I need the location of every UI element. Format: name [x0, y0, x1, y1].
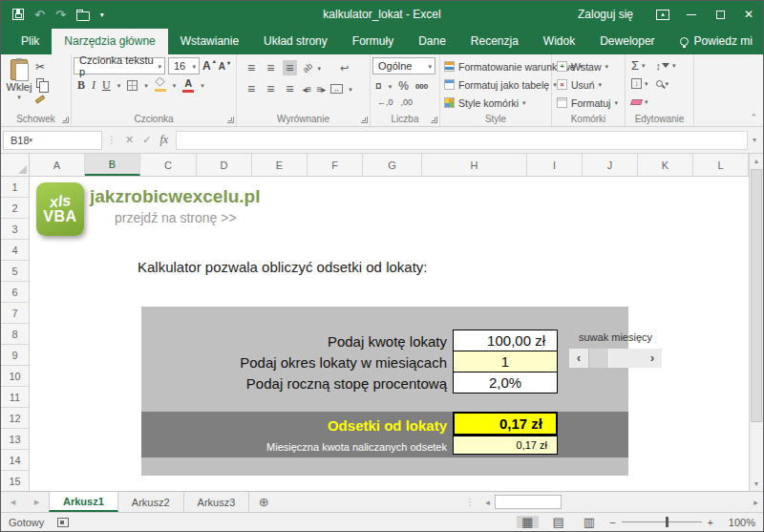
scroll-down-icon[interactable]: ▾: [750, 477, 763, 491]
page-break-view-button[interactable]: ▥: [579, 516, 600, 528]
row-header[interactable]: 8: [1, 324, 29, 345]
input-cell-amount[interactable]: 100,00 zł: [453, 330, 558, 351]
sheet-content[interactable]: xls VBA jakzrobicwexcelu.pl przejdź na s…: [30, 177, 749, 491]
new-sheet-button[interactable]: ⊕: [249, 492, 278, 512]
clear-button[interactable]: ▾: [631, 95, 648, 109]
font-color-dropdown-icon[interactable]: ▾: [201, 82, 204, 89]
zoom-out-button[interactable]: −: [609, 517, 615, 528]
currency-format-button[interactable]: ¤: [375, 79, 382, 93]
column-header-j[interactable]: J: [583, 154, 638, 176]
row-header[interactable]: 5: [1, 261, 29, 282]
column-header-i[interactable]: I: [527, 154, 583, 176]
tell-me-box[interactable]: Powiedz mi: [668, 29, 764, 54]
fill-button[interactable]: ↓▾: [631, 76, 648, 91]
cut-button[interactable]: ✂: [35, 60, 45, 74]
row-header[interactable]: 13: [1, 429, 29, 450]
row-header[interactable]: 9: [1, 345, 29, 366]
grow-font-button[interactable]: A▴: [202, 59, 216, 73]
sign-in-button[interactable]: Zaloguj się: [562, 8, 648, 21]
tab-recenzja[interactable]: Recenzja: [458, 29, 531, 54]
scroll-left-icon[interactable]: ◂: [480, 498, 495, 507]
expand-formula-bar-icon[interactable]: ▾: [748, 136, 761, 144]
site-link[interactable]: przejdź na stronę >>: [115, 210, 237, 225]
cell-styles-button[interactable]: Style komórki▾: [442, 94, 549, 112]
column-header-k[interactable]: K: [638, 154, 693, 176]
row-header[interactable]: 6: [1, 282, 29, 303]
formula-input[interactable]: [176, 131, 748, 150]
row-header[interactable]: 1: [1, 177, 29, 198]
zoom-slider-thumb[interactable]: [666, 517, 668, 527]
font-dialog-launcher[interactable]: [227, 117, 234, 123]
row-header[interactable]: 4: [1, 240, 29, 261]
ribbon-display-options-button[interactable]: ▴: [648, 1, 677, 28]
align-center-button[interactable]: ≡: [264, 81, 277, 96]
font-size-combo[interactable]: 16 ▾: [168, 57, 200, 74]
row-header[interactable]: 11: [1, 387, 29, 408]
conditional-formatting-button[interactable]: Formatowanie warunkowe▾: [442, 57, 549, 75]
row-header[interactable]: 14: [1, 450, 29, 471]
borders-dropdown-icon[interactable]: ▾: [144, 82, 148, 89]
confirm-entry-button[interactable]: ✓: [142, 134, 151, 146]
tab-splitter-handle[interactable]: ⋮: [459, 492, 480, 512]
number-format-dropdown-icon[interactable]: ▾: [428, 63, 432, 70]
fill-color-dropdown-icon[interactable]: ▾: [173, 82, 177, 89]
fill-color-button[interactable]: [155, 79, 166, 92]
vertical-scrollbar[interactable]: ▴ ▾: [749, 154, 763, 491]
horizontal-scroll-thumb[interactable]: [495, 495, 562, 509]
column-header-b[interactable]: B: [85, 154, 140, 176]
format-painter-button[interactable]: [35, 93, 45, 106]
row-header[interactable]: 15: [1, 471, 29, 491]
undo-icon[interactable]: ↶: [34, 9, 45, 21]
insert-cells-button[interactable]: + Wstaw▾: [554, 57, 623, 75]
underline-button[interactable]: U: [102, 78, 111, 93]
zoom-in-button[interactable]: +: [708, 517, 713, 528]
input-cell-rate[interactable]: 2,0%: [453, 372, 558, 394]
name-box-dropdown-icon[interactable]: ▾: [30, 137, 33, 143]
font-name-combo[interactable]: Czcionka tekstu p ▾: [74, 57, 165, 74]
align-top-button[interactable]: ≡: [244, 60, 258, 75]
column-header-f[interactable]: F: [308, 154, 363, 176]
tab-narzedzia-glowne[interactable]: Narzędzia główne: [52, 29, 167, 54]
column-header-h[interactable]: H: [422, 154, 527, 176]
open-icon[interactable]: [76, 11, 90, 21]
name-box[interactable]: B18 ▾: [3, 131, 102, 150]
comma-format-button[interactable]: 000: [415, 82, 428, 91]
paste-dropdown-icon[interactable]: ▾: [17, 94, 21, 100]
minimize-button[interactable]: [677, 1, 706, 28]
sort-filter-button[interactable]: ↕▾: [656, 58, 676, 73]
slider-right-arrow[interactable]: ›: [643, 351, 662, 365]
prev-sheet-icon[interactable]: ◂: [1, 492, 25, 512]
italic-button[interactable]: I: [92, 78, 96, 93]
restore-button[interactable]: [706, 1, 734, 28]
tab-widok[interactable]: Widok: [531, 29, 587, 54]
save-icon[interactable]: [12, 9, 24, 20]
column-header-g[interactable]: G: [363, 154, 422, 176]
insert-function-button[interactable]: fx: [159, 133, 168, 147]
font-size-dropdown-icon[interactable]: ▾: [192, 63, 196, 70]
scroll-up-icon[interactable]: ▴: [750, 154, 763, 168]
clipboard-dialog-launcher[interactable]: [62, 117, 69, 123]
format-as-table-button[interactable]: Formatuj jako tabelę▾: [442, 75, 549, 94]
vertical-scroll-thumb[interactable]: [751, 169, 762, 422]
paste-button[interactable]: Wklej ▾: [3, 57, 35, 112]
result-cell-monthly[interactable]: 0,17 zł: [453, 436, 558, 455]
page-layout-view-button[interactable]: ▤: [548, 516, 569, 528]
align-middle-button[interactable]: ≡: [264, 60, 277, 75]
wrap-text-button[interactable]: ↩: [340, 63, 349, 74]
column-header-a[interactable]: A: [30, 154, 85, 176]
autosum-button[interactable]: Σ▾: [631, 58, 648, 73]
scroll-right-icon[interactable]: ▸: [749, 498, 763, 507]
number-format-combo[interactable]: Ogólne ▾: [372, 57, 435, 74]
tab-uklad-strony[interactable]: Układ strony: [251, 29, 340, 54]
format-cells-button[interactable]: Formatuj▾: [554, 94, 623, 112]
copy-button[interactable]: [35, 76, 45, 90]
tab-plik[interactable]: Plik: [9, 29, 52, 54]
select-all-corner[interactable]: [1, 154, 30, 177]
align-bottom-button[interactable]: ≡: [283, 60, 296, 75]
decrease-decimal-button[interactable]: ,00: [401, 97, 414, 107]
delete-cells-button[interactable]: × Usuń▾: [554, 75, 623, 94]
cancel-entry-button[interactable]: ✕: [125, 134, 134, 146]
percent-format-button[interactable]: %: [398, 79, 409, 93]
increase-indent-button[interactable]: ≡▸: [316, 84, 325, 95]
column-header-e[interactable]: E: [252, 154, 308, 176]
